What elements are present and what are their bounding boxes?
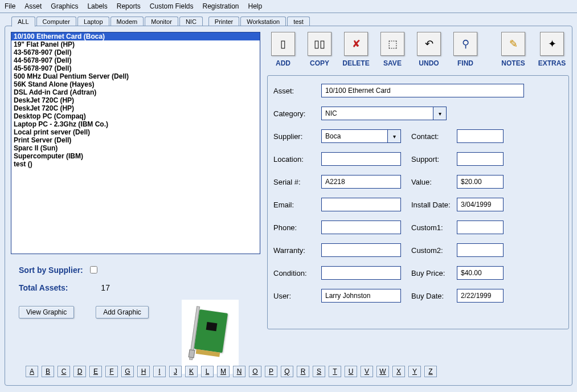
menu-asset[interactable]: Asset [24,2,42,10]
asset-list-item[interactable]: DSL Add-in Card (Adtran) [11,88,260,96]
menu-registration[interactable]: Registration [202,2,239,10]
menu-graphics[interactable]: Graphics [51,2,78,10]
add-graphic-button[interactable]: Add Graphic [96,306,149,318]
email-field[interactable] [321,198,401,211]
undo-button[interactable]: ↶ [417,32,441,56]
asset-field[interactable]: 10/100 Ethernet Card [321,84,524,97]
buy-date-field[interactable]: 2/22/1999 [457,289,504,303]
alpha-filter-f[interactable]: F [105,366,118,377]
install-date-field[interactable]: 3/04/1999 [457,198,504,211]
asset-list-item[interactable]: 500 MHz Dual Pentium Server (Dell) [11,72,260,80]
alpha-filter-q[interactable]: Q [281,366,293,377]
alpha-filter-n[interactable]: N [233,366,245,377]
action-toolbar: ▯ADD▯▯COPY✘DELETE⬚SAVE↶UNDO⚲FIND✎NOTES✦E… [267,32,569,67]
contact-field[interactable] [457,129,504,143]
alpha-filter-w[interactable]: W [377,366,389,377]
condition-field[interactable] [321,266,401,280]
asset-list-item[interactable]: DeskJet 720C (HP) [11,96,260,104]
tab-all[interactable]: ALL [11,17,35,27]
alpha-filter-e[interactable]: E [89,366,102,377]
alpha-filter-a[interactable]: A [26,366,38,377]
copy-button[interactable]: ▯▯ [308,32,332,56]
alpha-filter-s[interactable]: S [313,366,325,377]
asset-list-item[interactable]: 43-5678-907 (Dell) [11,48,260,56]
tab-computer[interactable]: Computer [36,17,76,26]
total-assets-value: 17 [101,283,110,292]
alpha-filter-v[interactable]: V [361,366,373,377]
notes-button[interactable]: ✎ [501,32,525,56]
tab-laptop[interactable]: Laptop [77,17,109,26]
asset-list-item[interactable]: 56K Stand Alone (Hayes) [11,80,260,88]
menu-file[interactable]: File [5,2,15,10]
extras-button[interactable]: ✦ [540,32,564,56]
alpha-filter-r[interactable]: R [297,366,309,377]
supplier-field[interactable]: Boca [321,129,387,143]
alpha-filter-d[interactable]: D [73,366,86,377]
asset-list-item[interactable]: Local print server (Dell) [11,128,260,136]
alpha-filter-y[interactable]: Y [408,366,421,377]
category-dropdown-button[interactable]: ▾ [433,107,447,120]
supplier-dropdown-button[interactable]: ▾ [387,129,401,143]
support-field[interactable] [457,152,504,166]
tab-modem[interactable]: Modem [111,17,144,26]
alpha-filter-o[interactable]: O [249,366,261,377]
asset-list-item[interactable]: Supercomputer (IBM) [11,152,260,160]
alpha-filter-m[interactable]: M [217,366,230,377]
tab-workstation[interactable]: Workstation [240,17,286,26]
alpha-filter-c[interactable]: C [58,366,70,377]
alpha-filter-k[interactable]: K [185,366,198,377]
tab-printer[interactable]: Printer [208,17,239,26]
tab-monitor[interactable]: Monitor [145,17,178,26]
asset-listbox[interactable]: 10/100 Ethernet Card (Boca)19" Flat Pane… [11,32,260,254]
asset-list-item[interactable]: test () [11,160,260,168]
asset-list-item[interactable]: 10/100 Ethernet Card (Boca) [11,32,260,40]
alpha-filter-g[interactable]: G [121,366,134,377]
alpha-filter-p[interactable]: P [265,366,277,377]
alpha-filter-u[interactable]: U [345,366,357,377]
serial-field[interactable]: A2218 [321,175,401,189]
buy-price-field[interactable]: $40.00 [457,266,504,280]
asset-list-item[interactable]: Print Server (Dell) [11,136,260,144]
value-field[interactable]: $20.00 [457,175,504,189]
asset-list-item[interactable]: Sparc II (Sun) [11,144,260,152]
find-button[interactable]: ⚲ [453,32,477,56]
tool-copy: ▯▯COPY [304,32,335,67]
custom1-field[interactable] [457,220,504,234]
asset-list-item[interactable]: 44-5678-907 (Dell) [11,56,260,64]
tab-test[interactable]: test [287,17,310,26]
extras-icon: ✦ [548,38,556,50]
tab-nic[interactable]: NIC [179,17,203,26]
asset-list-item[interactable]: DeskJet 720C (HP) [11,104,260,112]
location-field[interactable] [321,152,401,166]
alpha-filter-x[interactable]: X [392,366,405,377]
user-field[interactable]: Larry Johnston [321,289,401,303]
menu-custom-fields[interactable]: Custom Fields [150,2,194,10]
alpha-filter-l[interactable]: L [201,366,214,377]
right-column: ▯ADD▯▯COPY✘DELETE⬚SAVE↶UNDO⚲FIND✎NOTES✦E… [267,32,569,329]
sort-by-supplier-checkbox[interactable] [90,266,97,273]
view-graphic-button[interactable]: View Graphic [19,306,74,318]
alpha-filter-i[interactable]: I [153,366,166,377]
asset-list-item[interactable]: 19" Flat Panel (HP) [11,40,260,48]
copy-label: COPY [304,59,335,67]
asset-list-item[interactable]: Laptop PC - 2.3Ghz (IBM Co.) [11,120,260,128]
asset-list-item[interactable]: 45-5678-907 (Dell) [11,64,260,72]
menu-reports[interactable]: Reports [117,2,141,10]
alpha-filter-h[interactable]: H [137,366,150,377]
delete-button[interactable]: ✘ [344,32,368,56]
menu-labels[interactable]: Labels [87,2,107,10]
add-button[interactable]: ▯ [271,32,295,56]
alpha-filter-j[interactable]: J [169,366,182,377]
alpha-filter-t[interactable]: T [329,366,341,377]
warranty-field[interactable] [321,243,401,257]
save-button[interactable]: ⬚ [380,32,404,56]
alpha-filter-z[interactable]: Z [424,366,437,377]
asset-list-item[interactable]: Desktop PC (Compaq) [11,112,260,120]
category-field[interactable]: NIC [321,107,433,120]
custom2-field[interactable] [457,243,504,257]
alpha-filter-b[interactable]: B [42,366,54,377]
menu-help[interactable]: Help [248,2,263,10]
undo-icon: ↶ [425,38,433,50]
phone-field[interactable] [321,220,401,234]
find-icon: ⚲ [462,38,469,50]
